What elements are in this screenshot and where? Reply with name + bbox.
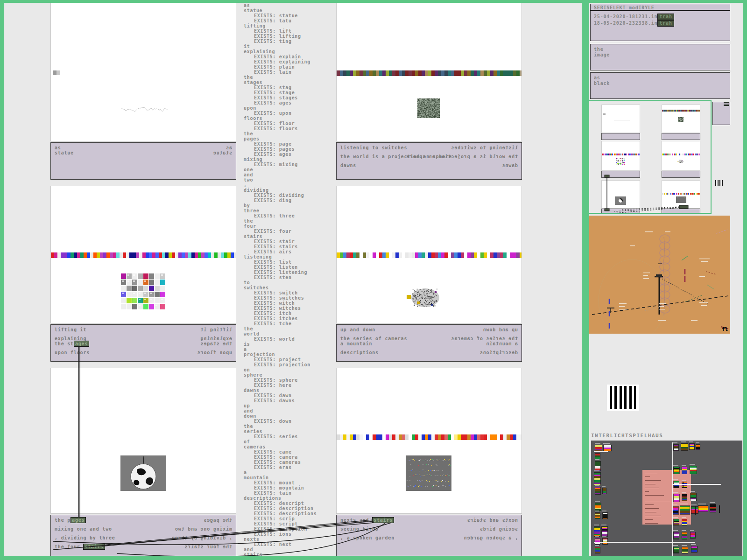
- thumbnail-card-as-statue[interactable]: [601, 105, 640, 133]
- card-listening-caption[interactable]: listening to switchesthe world is a proj…: [336, 142, 522, 180]
- menu-icon[interactable]: [724, 102, 729, 106]
- list-exists-entry: EXISTS: explain: [238, 54, 337, 59]
- list-word: the: [238, 424, 337, 429]
- pink-text-line: [645, 495, 664, 496]
- thumbnail-card-listening[interactable]: [662, 105, 700, 133]
- list-word: nexts: [238, 537, 337, 542]
- list-word: dividing: [238, 188, 337, 193]
- interlicht-label: INTERLICHTSPIELHAUS: [591, 433, 663, 439]
- pink-text-line: [645, 501, 671, 501]
- list-word: explaining: [238, 49, 337, 54]
- pink-text-line: [645, 476, 650, 477]
- file-row[interactable]: 18-05-2020-232338.intrah: [594, 20, 726, 27]
- block-label: [673, 442, 677, 443]
- list-word: and: [238, 172, 337, 177]
- stripe-block: [689, 443, 695, 450]
- svg-text:fl: fl: [722, 326, 728, 332]
- card-lifting-it-caption[interactable]: lifting itexplainingthe stagesupon floor…: [50, 324, 236, 362]
- stripe-block: [673, 467, 680, 474]
- thumbnail-card-the-pages[interactable]: [601, 180, 640, 209]
- list-exists-entry: EXISTS: camera: [238, 455, 337, 460]
- list-exists-entry: EXISTS: projection: [238, 362, 337, 367]
- orange-diagram-svg: fl: [589, 216, 730, 334]
- list-word: stairs: [238, 234, 337, 239]
- list-exists-entry: EXISTS: stages: [238, 95, 337, 100]
- list-exists-entry: EXISTS: switches: [238, 295, 337, 301]
- block-label: [595, 511, 599, 511]
- file-row[interactable]: 25-04-2020-181231.intrah: [594, 14, 726, 20]
- panel-as-black[interactable]: as black: [590, 72, 730, 99]
- word-analysis-list[interactable]: asstatueEXISTS: statueEXISTS: tatuliftin…: [238, 3, 337, 556]
- block-label: [673, 517, 678, 518]
- card-as-statue-image[interactable]: [50, 3, 236, 141]
- stripe-block: [710, 504, 716, 512]
- file-tag-badge[interactable]: trah: [657, 14, 674, 20]
- pink-text-line: [645, 519, 653, 520]
- block-label: [602, 511, 606, 511]
- file-tag-badge[interactable]: trah: [657, 20, 674, 27]
- block-label: [673, 465, 678, 466]
- list-exists-entry: EXISTS: sten: [238, 275, 337, 280]
- noise-bands-thumbnail: [406, 455, 451, 491]
- card-nexts-image[interactable]: [336, 368, 522, 514]
- caption-segment: lifting it: [200, 327, 232, 332]
- list-word: three: [238, 208, 337, 213]
- list-exists-entry: EXISTS: dividing: [238, 193, 337, 198]
- list-word: world: [238, 331, 337, 336]
- card-up-and-down-image[interactable]: [336, 186, 522, 323]
- pink-text-line: [645, 473, 657, 473]
- block-label: [594, 525, 599, 525]
- card-the-pages-image[interactable]: [50, 368, 236, 514]
- stripe-block: [673, 519, 679, 525]
- thumbnail-caption: [601, 209, 640, 214]
- list-exists-entry: EXISTS: floors: [238, 126, 337, 131]
- thumbnail-card-up-and-down[interactable]: [662, 141, 700, 171]
- pink-text-line: [645, 516, 661, 516]
- list-exists-entry: EXISTS: witch: [238, 301, 337, 306]
- card-up-and-down-caption[interactable]: up and downthe series of camerasa mounta…: [336, 324, 522, 362]
- panel-the-image[interactable]: the image: [590, 44, 730, 70]
- card-the-pages-caption[interactable]: the pagesmixing one and two, dividing by…: [50, 515, 236, 556]
- interlicht-panel[interactable]: [591, 441, 742, 556]
- block-label: [673, 530, 678, 531]
- card-nexts-caption[interactable]: nexts and stairsseeing birds, a spoken g…: [336, 515, 522, 556]
- pink-text-line: [645, 491, 649, 492]
- card-as-statue-caption[interactable]: asstatueasstatue: [50, 142, 236, 180]
- stripe-block: [595, 538, 600, 545]
- thumbnail-card-nexts[interactable]: [662, 180, 700, 209]
- orange-diagram[interactable]: fl: [589, 216, 730, 334]
- pink-text-line: [645, 508, 659, 509]
- card-lifting-it-image[interactable]: [50, 186, 236, 323]
- list-exists-entry: EXISTS: next: [238, 542, 337, 547]
- block-label: [682, 480, 686, 481]
- caption-segment: statue: [213, 150, 232, 155]
- list-exists-entry: EXISTS: mixing: [238, 162, 337, 167]
- list-exists-entry: EXISTS: scription: [238, 526, 337, 532]
- list-word: the: [238, 131, 337, 136]
- pink-text-line: [645, 504, 654, 505]
- stripe-block: [595, 487, 601, 495]
- black-tick: [719, 505, 720, 513]
- list-exists-entry: EXISTS: world: [238, 336, 337, 342]
- list-exists-entry: EXISTS: airs: [238, 249, 337, 254]
- gray-mark: [53, 70, 56, 75]
- panel-line: black: [594, 81, 726, 86]
- list-word: the: [238, 218, 337, 224]
- caption-segment: nexts and: [486, 518, 518, 523]
- card-listening-image[interactable]: [336, 3, 522, 141]
- block-label: [682, 465, 686, 466]
- gray-mark: [56, 70, 60, 75]
- list-exists-entry: EXISTS: project: [238, 357, 337, 362]
- list-exists-entry: EXISTS: descript: [238, 501, 337, 506]
- caption-mirror-text: listening to switchesthe world is a proj…: [337, 143, 521, 179]
- thumbnail-grid[interactable]: [583, 100, 712, 214]
- block-label: [595, 443, 600, 444]
- list-word: as: [238, 3, 337, 8]
- thumbnail-card-lifting-it[interactable]: [601, 141, 640, 171]
- list-exists-entry: EXISTS: came: [238, 449, 337, 455]
- list-word: is: [238, 342, 337, 347]
- stripe-block: [594, 526, 600, 537]
- stripe-block: [691, 546, 698, 553]
- list-word: stairs: [238, 552, 337, 556]
- list-word: of: [238, 439, 337, 444]
